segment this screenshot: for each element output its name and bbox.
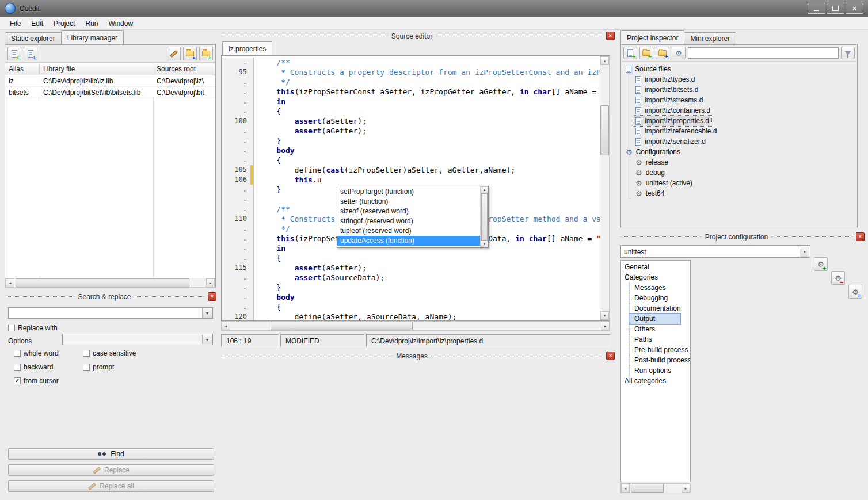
tools-button[interactable]: ⚙ [672, 47, 686, 59]
add-configuration-button[interactable]: ⚙+ [814, 257, 828, 271]
scroll-right-button[interactable]: ► [601, 322, 610, 330]
search-input[interactable]: ▾ [8, 307, 213, 319]
maximize-button[interactable] [827, 3, 844, 14]
scroll-left-button[interactable]: ◄ [621, 484, 630, 493]
column-header-library-file[interactable]: Library file [40, 63, 153, 75]
table-row[interactable]: izC:\Dev\dproj\iz\lib\iz.libC:\Dev\dproj… [5, 75, 215, 87]
category-messages[interactable]: Messages [629, 283, 680, 293]
scroll-up-button[interactable]: ▲ [600, 56, 609, 65]
scroll-track[interactable] [600, 65, 609, 311]
remove-configuration-button[interactable]: ⚙− [831, 271, 845, 285]
category-others[interactable]: Others [629, 324, 680, 334]
checkbox-case-sensitive[interactable]: case sensitive [83, 348, 212, 359]
scroll-thumb[interactable] [600, 105, 609, 155]
tab-library-manager[interactable]: Library manager [61, 30, 124, 44]
tab-project-inspector[interactable]: Project inspector [620, 30, 684, 44]
clear-filter-button[interactable] [841, 47, 855, 59]
completion-item-tupleof-reserved-word[interactable]: tupleof (reserved word) [337, 226, 480, 236]
category-general[interactable]: General [621, 262, 671, 272]
replace-input[interactable]: ▾ [62, 334, 213, 345]
close-button[interactable]: × [846, 3, 863, 14]
scroll-up-button[interactable]: ▲ [481, 186, 488, 193]
code-editor[interactable]: . /**95 * Constructs a property descript… [221, 55, 610, 321]
chevron-down-icon[interactable]: ▾ [202, 335, 212, 344]
category-pre-build-process[interactable]: Pre-build process [629, 345, 688, 355]
category-run-options[interactable]: Run options [629, 365, 680, 376]
new-source-button[interactable]: + [623, 47, 637, 59]
checkbox-prompt[interactable]: prompt [83, 361, 212, 373]
chevron-down-icon[interactable]: ▾ [800, 246, 809, 257]
add-source-button[interactable]: + [639, 47, 653, 59]
scroll-left-button[interactable]: ◄ [6, 278, 14, 287]
category-paths[interactable]: Paths [629, 334, 680, 345]
menu-item-project[interactable]: Project [48, 18, 80, 29]
completion-item-updateaccess-function[interactable]: updateAccess (function) [337, 236, 480, 246]
editor-hscrollbar[interactable]: ◄ ► [221, 321, 610, 331]
replace-all-button[interactable]: Replace all [8, 480, 214, 492]
checkbox-box[interactable] [83, 350, 90, 357]
open-library-button[interactable]: ▸ [183, 47, 197, 60]
tree-item-import-iz-properties-d[interactable]: import\iz\properties.d [634, 116, 711, 126]
completion-list[interactable]: setPropTarget (function)setter (function… [337, 186, 480, 247]
configuration-selector[interactable]: unittest ▾ [620, 245, 810, 258]
tree-item-import-iz-bitsets-d[interactable]: import\iz\bitsets.d [634, 85, 701, 95]
category-categories[interactable]: Categories [621, 272, 671, 283]
edit-library-button[interactable] [167, 47, 181, 60]
chevron-down-icon[interactable]: ▾ [202, 308, 212, 318]
scroll-track[interactable] [14, 278, 206, 287]
find-button[interactable]: Find [8, 448, 214, 460]
menu-item-edit[interactable]: Edit [26, 18, 48, 29]
completion-item-setproptarget-function[interactable]: setPropTarget (function) [337, 187, 480, 197]
column-header-alias[interactable]: Alias [5, 63, 40, 75]
tree-item-test64[interactable]: ⚙test64 [634, 188, 667, 199]
checkbox-box[interactable]: ✓ [14, 377, 21, 384]
scroll-thumb[interactable] [271, 322, 413, 330]
tab-mini-explorer[interactable]: Mini explorer [684, 32, 736, 44]
tree-item-import-iz-containers-d[interactable]: import\iz\containers.d [634, 105, 713, 116]
checkbox-from-cursor[interactable]: ✓from cursor [14, 375, 83, 387]
category-all-categories[interactable]: All categories [621, 376, 671, 386]
category-post-build-process[interactable]: Post-build process [629, 355, 691, 365]
category-documentation[interactable]: Documentation [629, 303, 681, 314]
menu-item-file[interactable]: File [5, 18, 26, 29]
tab-static-explorer[interactable]: Static explorer [5, 32, 62, 44]
close-project-configuration-button[interactable]: × [856, 232, 865, 241]
tree-item-import-iz-types-d[interactable]: import\iz\types.d [634, 74, 697, 85]
scroll-right-button[interactable]: ► [682, 484, 690, 493]
editor-vscrollbar[interactable]: ▲ ▼ [600, 56, 610, 320]
close-search-panel-button[interactable]: × [208, 292, 216, 301]
tree-item-unittest-active[interactable]: ⚙unittest (active) [634, 178, 695, 188]
tree-item-import-iz-serializer-d[interactable]: import\iz\serializer.d [634, 136, 708, 147]
scroll-left-button[interactable]: ◄ [222, 322, 230, 330]
clone-configuration-button[interactable]: ⚙+ [848, 285, 862, 299]
checkbox-box[interactable] [83, 364, 90, 371]
checkbox-box[interactable] [8, 325, 15, 331]
scroll-right-button[interactable]: ► [206, 278, 215, 287]
scroll-track[interactable] [230, 322, 601, 330]
completion-item-stringof-reserved-word[interactable]: stringof (reserved word) [337, 216, 480, 226]
close-editor-panel-button[interactable]: × [606, 32, 615, 40]
add-folder-sources-button[interactable]: + [656, 47, 669, 59]
tree-item-release[interactable]: ⚙release [634, 157, 671, 167]
replace-with-checkbox[interactable]: Replace with [8, 322, 58, 334]
title-bar[interactable]: Coedit × [0, 0, 868, 17]
scroll-thumb[interactable] [631, 484, 664, 493]
library-table[interactable]: AliasLibrary fileSources root izC:\Dev\d… [5, 63, 215, 278]
checkbox-box[interactable] [14, 350, 21, 357]
configuration-categories[interactable]: GeneralCategoriesMessagesDebuggingDocume… [620, 260, 691, 482]
add-project-library-button[interactable]: + [24, 47, 37, 60]
tree-item-import-iz-referencable-d[interactable]: import\iz\referencable.d [634, 126, 719, 136]
categories-hscrollbar[interactable]: ◄ ► [620, 483, 691, 493]
tree-section-configurations[interactable]: ⚙Configurations [626, 147, 857, 157]
tree-item-debug[interactable]: ⚙debug [634, 167, 667, 178]
menu-item-window[interactable]: Window [103, 18, 138, 29]
category-output[interactable]: Output [629, 314, 680, 324]
add-library-button[interactable]: + [7, 47, 21, 60]
menu-item-run[interactable]: Run [80, 18, 103, 29]
inspector-tree[interactable]: Source filesimport\iz\types.dimport\iz\b… [621, 62, 857, 199]
scroll-thumb[interactable] [16, 278, 189, 287]
tree-item-import-iz-streams-d[interactable]: import\iz\streams.d [634, 95, 705, 105]
inspector-filter-input[interactable] [688, 47, 839, 59]
checkbox-whole-word[interactable]: whole word [14, 348, 83, 359]
scroll-track[interactable] [630, 484, 682, 493]
